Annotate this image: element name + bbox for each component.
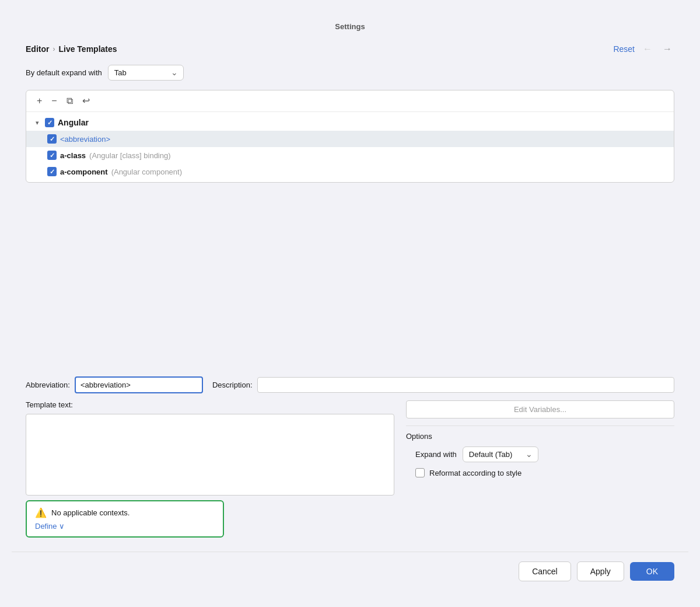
expand-with-select[interactable]: Default (Tab) Enter Space Tab [463, 446, 538, 462]
expand-default-select[interactable]: Tab Enter Space [108, 65, 184, 81]
revert-button[interactable]: ↩ [79, 95, 93, 107]
remove-button[interactable]: − [48, 95, 60, 107]
item-name-acomponent: a-component [60, 168, 108, 176]
reformat-checkbox[interactable] [415, 468, 425, 477]
item-name-abbreviation: <abbreviation> [60, 135, 110, 144]
define-label: Define [35, 522, 57, 531]
reformat-row: Reformat according to style [415, 468, 674, 477]
item-name-aclass: a-class [60, 151, 86, 160]
cancel-button[interactable]: Cancel [519, 561, 571, 581]
bottom-section: Abbreviation: Description: Template text… [12, 367, 688, 547]
expand-with-label: Expand with [415, 450, 457, 459]
warning-text: No applicable contexts. [51, 508, 130, 517]
options-section: Options Expand with Default (Tab) Enter … [406, 425, 674, 477]
description-input[interactable] [257, 377, 674, 393]
abbreviation-field-group: Abbreviation: [26, 376, 203, 393]
toolbar: + − ⧉ ↩ [26, 90, 674, 112]
description-field-group: Description: [212, 377, 674, 393]
item-desc-aclass: (Angular [class] binding) [89, 151, 170, 160]
group-row-angular[interactable]: ▾ Angular [26, 114, 674, 131]
warning-row: ⚠️ No applicable contexts. [35, 507, 215, 518]
expand-default-label: By default expand with [26, 68, 102, 77]
breadcrumb-separator: › [52, 45, 55, 53]
copy-button[interactable]: ⧉ [63, 95, 76, 107]
ok-button[interactable]: OK [630, 562, 674, 581]
fields-row: Abbreviation: Description: [26, 376, 674, 393]
template-right: Edit Variables... Options Expand with De… [406, 400, 674, 538]
template-section: Template text: ⚠️ No applicable contexts… [26, 400, 674, 538]
apply-button[interactable]: Apply [577, 561, 624, 581]
expand-with-row: Expand with Default (Tab) Enter Space Ta… [415, 446, 674, 462]
breadcrumb-editor: Editor [26, 44, 49, 54]
forward-button[interactable]: → [660, 43, 674, 55]
context-warning: ⚠️ No applicable contexts. Define ∨ [26, 500, 224, 538]
expand-default-row: By default expand with Tab Enter Space [26, 65, 674, 81]
reformat-label: Reformat according to style [429, 469, 522, 477]
template-tree: ▾ Angular <abbreviation> a-class (Angula… [26, 112, 674, 182]
template-text-label: Template text: [26, 400, 394, 409]
expand-with-select-wrapper: Default (Tab) Enter Space Tab [463, 446, 538, 462]
item-desc-acomponent: (Angular component) [111, 168, 182, 176]
list-item-abbreviation[interactable]: <abbreviation> [26, 131, 674, 147]
reset-button[interactable]: Reset [613, 44, 635, 54]
group-name-angular: Angular [58, 118, 89, 127]
dialog-title: Settings [12, 12, 688, 38]
define-chevron-icon: ∨ [59, 522, 65, 531]
breadcrumb-bar: Editor › Live Templates Reset ← → [12, 38, 688, 65]
template-textarea[interactable] [26, 414, 394, 496]
expand-default-select-wrapper: Tab Enter Space [108, 65, 184, 81]
list-item-aclass[interactable]: a-class (Angular [class] binding) [26, 147, 674, 163]
options-label: Options [406, 432, 674, 441]
breadcrumb-actions: Reset ← → [613, 43, 674, 55]
chevron-down-icon: ▾ [33, 119, 41, 127]
template-left: Template text: ⚠️ No applicable contexts… [26, 400, 394, 538]
abbreviation-input[interactable] [75, 376, 203, 393]
item-checkbox-aclass[interactable] [47, 151, 57, 160]
edit-variables-button[interactable]: Edit Variables... [406, 400, 674, 418]
settings-dialog: Settings Editor › Live Templates Reset ←… [12, 12, 688, 595]
define-link[interactable]: Define ∨ [35, 522, 215, 531]
abbreviation-label: Abbreviation: [26, 381, 70, 389]
item-checkbox-abbreviation[interactable] [47, 134, 57, 144]
template-list-container: + − ⧉ ↩ ▾ Angular <abbreviation> a-class [26, 90, 674, 183]
back-button[interactable]: ← [640, 43, 654, 55]
content-area: By default expand with Tab Enter Space +… [12, 65, 688, 367]
group-checkbox-angular[interactable] [45, 118, 54, 127]
warning-icon: ⚠️ [35, 507, 47, 518]
footer: Cancel Apply OK [12, 552, 688, 595]
breadcrumb-current: Live Templates [58, 44, 117, 54]
list-item-acomponent[interactable]: a-component (Angular component) [26, 163, 674, 180]
breadcrumb: Editor › Live Templates [26, 44, 117, 54]
item-checkbox-acomponent[interactable] [47, 167, 57, 176]
add-button[interactable]: + [33, 95, 46, 107]
description-label: Description: [212, 381, 253, 389]
